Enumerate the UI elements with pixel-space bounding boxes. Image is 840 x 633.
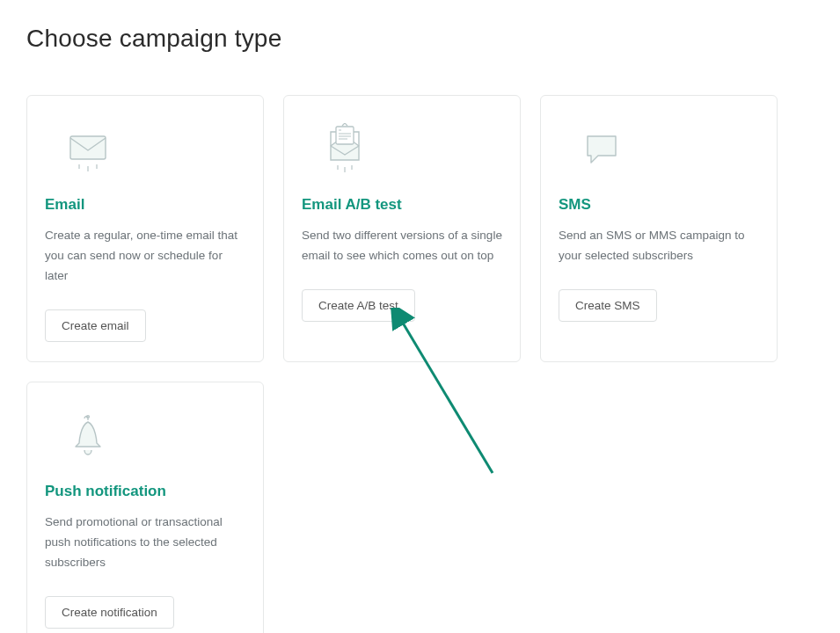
email-icon bbox=[57, 115, 119, 186]
card-abtest: Email A/B test Send two different versio… bbox=[283, 95, 521, 362]
card-abtest-title: Email A/B test bbox=[302, 196, 402, 214]
page-title: Choose campaign type bbox=[26, 25, 814, 53]
svg-rect-4 bbox=[336, 127, 354, 144]
card-push-description: Send promotional or transactional push n… bbox=[45, 513, 245, 573]
card-push: Push notification Send promotional or tr… bbox=[26, 382, 264, 633]
bell-icon bbox=[57, 402, 119, 472]
card-abtest-description: Send two different versions of a single … bbox=[302, 226, 502, 266]
card-sms: SMS Send an SMS or MMS campaign to your … bbox=[540, 95, 778, 362]
campaign-type-grid: Email Create a regular, one-time email t… bbox=[26, 95, 814, 633]
card-email: Email Create a regular, one-time email t… bbox=[26, 95, 264, 362]
card-sms-title: SMS bbox=[559, 196, 591, 214]
create-sms-button[interactable]: Create SMS bbox=[559, 289, 657, 322]
create-notification-button[interactable]: Create notification bbox=[45, 596, 174, 629]
card-email-title: Email bbox=[45, 196, 84, 214]
create-abtest-button[interactable]: Create A/B test bbox=[302, 289, 415, 322]
card-push-title: Push notification bbox=[45, 483, 166, 500]
abtest-icon bbox=[314, 115, 376, 186]
create-email-button[interactable]: Create email bbox=[45, 309, 146, 342]
card-sms-description: Send an SMS or MMS campaign to your sele… bbox=[559, 226, 759, 266]
svg-rect-0 bbox=[70, 136, 106, 159]
sms-icon bbox=[571, 115, 632, 186]
card-email-description: Create a regular, one-time email that yo… bbox=[45, 226, 245, 287]
